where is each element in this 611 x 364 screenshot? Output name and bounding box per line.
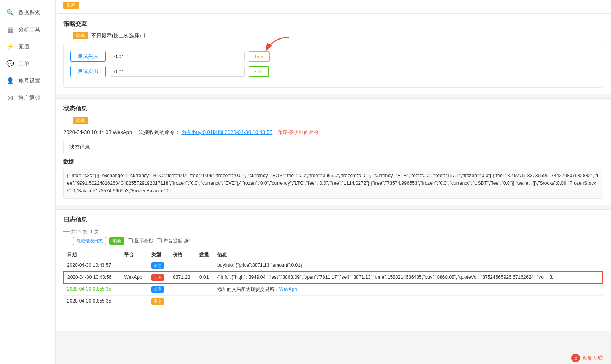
status-info-section: 状态信息 — 隐藏 2020-04-30 10:44:03 WexApp 上次接… <box>56 98 611 205</box>
col-amount: 数量 <box>196 250 214 260</box>
tab-status-info[interactable]: 状态信息 <box>63 141 96 154</box>
log-platform <box>121 295 148 307</box>
dash-icon4: — <box>63 237 70 244</box>
show-ms-checkbox[interactable] <box>128 238 133 243</box>
log-type: 重启 <box>148 295 170 307</box>
status-hide-badge[interactable]: 隐藏 <box>73 117 88 124</box>
brand-name: 创新互联 <box>582 354 603 362</box>
sidebar-item-label: 工单 <box>18 60 29 67</box>
sidebar-item-account[interactable]: 👤 账号设置 <box>0 72 55 89</box>
test-sell-button[interactable]: 测试卖出 <box>70 66 106 77</box>
col-info: 信息 <box>214 250 603 260</box>
type-tag-info: 信息 <box>151 262 164 269</box>
sound-alert-text: 声音提醒 <box>163 238 182 244</box>
hide-badge[interactable]: 隐藏 <box>73 32 88 39</box>
search-icon: 🔍 <box>6 9 14 16</box>
dash-icon3: — <box>63 228 70 234</box>
table-row: 2020-04-30 09:55:35 重启 <box>64 295 603 307</box>
top-partial-section: 显示 <box>56 0 611 13</box>
sidebar-item-label: 推广返佣 <box>18 94 40 102</box>
type-tag-restart: 重启 <box>151 298 164 305</box>
lightning-icon: ⚡ <box>6 43 14 50</box>
log-price: 8871.23 <box>170 272 196 284</box>
log-platform <box>121 284 148 296</box>
log-platform: WexApp <box>121 272 148 284</box>
sidebar-item-label: 充值 <box>18 43 29 50</box>
svg-text:C: C <box>575 356 577 360</box>
log-date: 2020-04-30 10:43:56 <box>64 272 121 284</box>
command-text: 命令:buy:0.01时间:2020-04-30 10:43:55 <box>181 129 272 135</box>
log-price <box>170 284 196 296</box>
brand-svg: C <box>572 354 579 362</box>
log-table: 日期 平台 类型 价格 数量 信息 2020-04-30 10:43:57 信息… <box>63 250 603 307</box>
sidebar-item-label: 账号设置 <box>18 77 40 84</box>
status-title: 状态信息 <box>63 105 603 113</box>
type-tag-buy: 买入 <box>151 274 164 281</box>
strategy-box: 测试买入 buy 测试卖出 <box>63 44 603 88</box>
log-platform <box>121 260 148 272</box>
col-price: 价格 <box>170 250 196 260</box>
refresh-badge[interactable]: 刷新 <box>109 237 124 245</box>
log-info-text: 添加的交易所为现货交易所：WexApp <box>214 284 603 296</box>
sidebar-item-data-explore[interactable]: 🔍 数据探索 <box>0 4 55 21</box>
log-title: 日志信息 <box>63 216 603 224</box>
brand-logo: C 创新互联 <box>571 354 603 362</box>
buy-btn-container: buy <box>249 51 270 62</box>
data-subtitle: 数据 <box>63 158 603 165</box>
sell-amount-input[interactable] <box>110 67 245 77</box>
no-remind-checkbox[interactable] <box>144 33 149 38</box>
buy-form-row: 测试买入 buy <box>70 51 596 62</box>
log-controls: — 隐藏错误日志 刷新 显示毫秒 声音提醒 🔊 <box>63 237 603 245</box>
brand-icon: C <box>571 354 580 362</box>
no-remind-label: 不再提示(按上次选择) <box>91 32 141 39</box>
dash-icon2: — <box>63 117 70 124</box>
sidebar-item-recharge[interactable]: ⚡ 充值 <box>0 38 55 55</box>
sidebar-item-label: 数据探索 <box>18 9 40 16</box>
log-amount <box>196 260 214 272</box>
speaker-icon: 🔊 <box>184 238 190 243</box>
col-platform: 平台 <box>121 250 148 260</box>
share-icon: ⋈ <box>6 94 14 102</box>
log-date: 2020-04-30 10:43:57 <box>64 260 121 272</box>
strategy-header: — 隐藏 不再提示(按上次选择) <box>63 32 603 39</box>
wexapp-link[interactable]: WexApp <box>279 287 297 292</box>
sidebar-item-referral[interactable]: ⋈ 推广返佣 <box>0 89 55 106</box>
test-buy-button[interactable]: 测试买入 <box>70 51 106 62</box>
log-amount: 0.01 <box>196 272 214 284</box>
strategy-interaction-section: 策略交互 — 隐藏 不再提示(按上次选择) 测试买入 buy <box>56 13 611 94</box>
log-price <box>170 295 196 307</box>
sidebar-item-analysis[interactable]: ▦ 分析工具 <box>0 21 55 38</box>
log-date: 2020-04-30 09:55:35 <box>64 284 121 296</box>
sound-alert-label[interactable]: 声音提醒 🔊 <box>157 238 190 244</box>
user-icon: 👤 <box>6 77 14 84</box>
grid-icon: ▦ <box>6 26 14 33</box>
log-info-text: buyInfo: {"price":8871.13,"amount":0.01} <box>214 260 603 272</box>
strategy-title: 策略交互 <box>63 20 603 28</box>
show-ms-text: 显示毫秒 <box>134 238 153 244</box>
log-type: 信息 <box>148 260 170 272</box>
log-table-header: 日期 平台 类型 价格 数量 信息 <box>64 250 603 260</box>
log-info-text <box>214 295 603 307</box>
hide-error-badge[interactable]: 隐藏错误日志 <box>73 237 106 245</box>
sound-alert-checkbox[interactable] <box>157 238 162 243</box>
log-info-section: 日志信息 — 共: 4 条, 1 页 — 隐藏错误日志 刷新 显示毫秒 声音提醒… <box>56 209 611 331</box>
buy-button[interactable]: buy <box>249 51 270 62</box>
table-row: 2020-04-30 10:43:56 WexApp 买入 8871.23 0.… <box>64 272 603 284</box>
data-content: {"Info":{"c2c":[]},"exchange":[{"currenc… <box>63 169 603 199</box>
col-date: 日期 <box>64 250 121 260</box>
type-tag-info2: 信息 <box>151 286 164 293</box>
sell-form-row: 测试卖出 sell <box>70 66 596 77</box>
status-timestamp: 2020-04-30 10:44:03 WexApp 上次接收到的命令： 命令:… <box>63 129 603 136</box>
sell-button[interactable]: sell <box>249 66 269 77</box>
strategy-cmd-label: 策略接收到的命令 <box>278 129 319 135</box>
sidebar-item-label: 分析工具 <box>18 26 40 33</box>
log-amount <box>196 284 214 296</box>
display-badge[interactable]: 显示 <box>63 2 79 9</box>
log-type: 信息 <box>148 284 170 296</box>
sidebar-item-workorder[interactable]: 💬 工单 <box>0 55 55 72</box>
table-row: 2020-04-30 10:43:57 信息 buyInfo: {"price"… <box>64 260 603 272</box>
buy-amount-input[interactable] <box>110 52 245 61</box>
table-row: 2020-04-30 09:55:35 信息 添加的交易所为现货交易所：WexA… <box>64 284 603 296</box>
timestamp-prefix: 2020-04-30 10:44:03 WexApp 上次接收到的命令： <box>63 129 180 135</box>
show-ms-label[interactable]: 显示毫秒 <box>128 238 153 244</box>
